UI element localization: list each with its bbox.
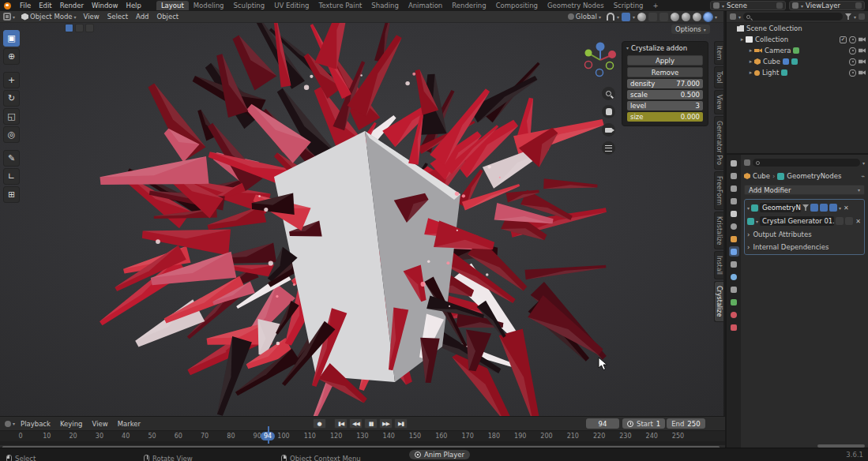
sidebar-tab-install[interactable]: Install xyxy=(714,251,723,279)
menu-window[interactable]: Window xyxy=(88,2,122,9)
pin-icon[interactable]: ⌁ xyxy=(861,172,865,180)
properties-tab-particles[interactable] xyxy=(729,259,739,269)
disclosure-icon[interactable]: ▸ xyxy=(738,36,746,43)
node-tree-name-field[interactable]: Crystal Generator 01.002_001... xyxy=(760,216,834,226)
section-internal-dependencies[interactable]: ›Internal Dependencies xyxy=(747,242,862,252)
properties-tab-render[interactable] xyxy=(729,171,739,181)
editor-properties-icon[interactable] xyxy=(744,159,750,166)
workspace-tab-texture-paint[interactable]: Texture Paint xyxy=(314,1,367,10)
fake-user-icon[interactable] xyxy=(836,217,844,225)
scene-selector[interactable]: ▾ Scene xyxy=(710,1,786,10)
tool-select-box-button[interactable]: ▣ xyxy=(3,30,20,47)
disable-render-camera-icon[interactable] xyxy=(859,58,866,66)
shading-rendered-icon[interactable] xyxy=(704,13,712,21)
disable-render-camera-icon[interactable] xyxy=(859,47,866,54)
editor-type-button[interactable]: ▾ xyxy=(0,13,18,21)
snap-magnet-icon[interactable] xyxy=(607,13,614,21)
navigation-gizmo[interactable] xyxy=(581,41,619,79)
modifier-extras-icon[interactable]: ▾ xyxy=(839,205,841,211)
viewport-mini-toggle-3-icon[interactable] xyxy=(85,24,94,32)
outliner-row-cube[interactable]: ▸Cube xyxy=(727,56,868,67)
properties-tab-material[interactable] xyxy=(729,309,739,320)
timeline-menu-view[interactable]: View xyxy=(88,420,112,428)
workspace-tab-sculpting[interactable]: Sculpting xyxy=(228,1,269,10)
jump-to-end-button[interactable]: ▶▮ xyxy=(394,418,408,429)
editor-outliner-icon[interactable] xyxy=(730,13,736,20)
record-button[interactable]: ● xyxy=(313,418,326,429)
disable-render-camera-icon[interactable] xyxy=(859,69,866,77)
breadcrumb-datablock[interactable]: GeometryNodes xyxy=(787,172,841,180)
sidebar-tab-view[interactable]: View xyxy=(714,90,723,114)
anim-player-badge[interactable]: Anim Player xyxy=(409,450,470,459)
viewport-3d[interactable]: ▾ Object Mode ▾ ViewSelectAddObject Glob… xyxy=(0,11,723,416)
viewport-menu-add[interactable]: Add xyxy=(132,13,152,21)
viewport-menu-select[interactable]: Select xyxy=(103,13,132,21)
chevron-down-icon[interactable]: ▾ xyxy=(747,205,750,211)
viewport-menu-view[interactable]: View xyxy=(80,13,103,21)
properties-tab-output[interactable] xyxy=(729,183,739,193)
hide-eye-icon[interactable] xyxy=(849,36,856,43)
properties-tab-scene[interactable] xyxy=(729,208,739,219)
workspace-tab-modeling[interactable]: Modeling xyxy=(189,1,229,10)
tool-transform-button[interactable]: ◎ xyxy=(3,126,20,143)
apply-button[interactable]: Apply xyxy=(627,55,703,66)
properties-tab-modifiers[interactable] xyxy=(729,246,739,257)
show-in-viewport-icon[interactable] xyxy=(820,204,828,212)
disclosure-icon[interactable]: ▸ xyxy=(747,58,754,65)
properties-tab-texture[interactable] xyxy=(729,322,739,332)
properties-tab-view-layer[interactable] xyxy=(729,196,739,206)
properties-tab-object-data[interactable] xyxy=(729,297,739,307)
shading-solid-icon[interactable] xyxy=(682,13,690,21)
disclosure-icon[interactable]: ▸ xyxy=(747,69,754,76)
outliner-row-camera[interactable]: ▸Camera xyxy=(727,45,868,56)
properties-scrollbar[interactable] xyxy=(817,444,865,448)
properties-tab-tool[interactable] xyxy=(729,158,739,168)
workspace-tab-shading[interactable]: Shading xyxy=(366,1,404,10)
new-scene-icon[interactable] xyxy=(776,2,783,9)
sidebar-tab-freeform[interactable]: FreeForm xyxy=(714,171,723,210)
timeline-menu-marker[interactable]: Marker xyxy=(114,420,145,428)
outliner-row-collection[interactable]: ▸Collection✓ xyxy=(727,34,868,45)
outliner-row-light[interactable]: ▸Light xyxy=(727,67,868,78)
viewport-mini-toggle-1-icon[interactable] xyxy=(65,24,73,32)
properties-search-input[interactable] xyxy=(753,159,860,167)
shading-material-icon[interactable] xyxy=(693,13,701,21)
sidebar-tab-generator-pro[interactable]: Generator Pro xyxy=(714,116,723,170)
jump-to-start-button[interactable]: ▮◀ xyxy=(334,418,348,429)
editor-timeline-icon[interactable] xyxy=(5,421,11,427)
density-field[interactable]: density77.000 xyxy=(627,79,703,88)
menu-help[interactable]: Help xyxy=(122,2,145,9)
tool-rotate-button[interactable]: ↻ xyxy=(3,90,20,107)
frame-end-field[interactable]: End 250 xyxy=(667,418,705,429)
workspace-tab-scripting[interactable]: Scripting xyxy=(609,1,648,10)
new-collection-icon[interactable] xyxy=(859,13,865,20)
toggle-xray-icon[interactable] xyxy=(659,13,668,21)
current-frame-field[interactable]: 94 xyxy=(586,418,619,429)
properties-tab-world[interactable] xyxy=(729,221,739,231)
hide-eye-icon[interactable] xyxy=(849,58,856,66)
properties-tab-object[interactable] xyxy=(729,234,739,244)
frame-start-field[interactable]: Start 1 xyxy=(622,418,665,429)
breadcrumb-object[interactable]: Cube xyxy=(753,172,770,180)
sidebar-tab-tool[interactable]: Tool xyxy=(714,66,723,88)
menu-render[interactable]: Render xyxy=(56,2,88,9)
next-keyframe-button[interactable]: ▶▶ xyxy=(379,418,393,429)
prev-keyframe-button[interactable]: ◀◀ xyxy=(349,418,363,429)
disable-render-camera-icon[interactable] xyxy=(859,36,866,43)
disclosure-icon[interactable]: ▸ xyxy=(747,47,754,54)
crystalize-panel-header[interactable]: ▾ Crystalize addon xyxy=(622,42,708,54)
modifier-name-field[interactable]: GeometryNo... xyxy=(760,203,801,212)
show-on-cage-icon[interactable] xyxy=(802,204,809,211)
properties-tab-physics[interactable] xyxy=(729,272,739,282)
new-viewlayer-icon[interactable] xyxy=(855,2,862,9)
tool-measure-button[interactable]: ∟ xyxy=(3,168,20,185)
filter-icon[interactable] xyxy=(845,13,851,20)
workspace-tab-animation[interactable]: Animation xyxy=(404,1,447,10)
viewlayer-selector[interactable]: ▾ ViewLayer xyxy=(789,1,865,10)
proportional-editing-icon[interactable] xyxy=(622,13,630,21)
remove-button[interactable]: Remove xyxy=(627,67,703,77)
timeline-track[interactable] xyxy=(0,441,725,445)
add-workspace-button[interactable]: + xyxy=(648,2,663,9)
hide-eye-icon[interactable] xyxy=(849,69,856,77)
toggle-ortho-icon[interactable] xyxy=(602,141,615,155)
